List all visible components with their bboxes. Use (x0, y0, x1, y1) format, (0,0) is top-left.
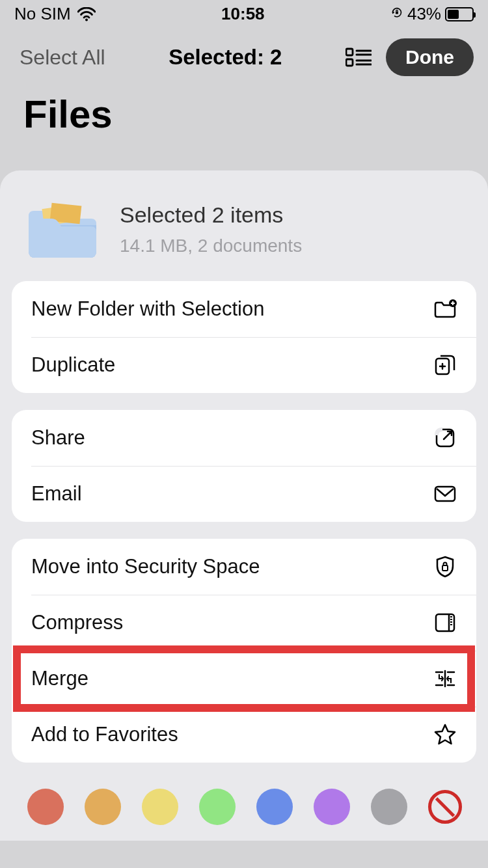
action-label: Add to Favorites (31, 723, 178, 746)
folder-icon (23, 197, 102, 262)
new-folder-icon (433, 297, 457, 321)
page-title: Files (0, 80, 488, 170)
email-action[interactable]: Email (12, 466, 476, 522)
share-icon (433, 426, 457, 450)
orientation-lock-icon (390, 6, 403, 22)
new-folder-action[interactable]: New Folder with Selection (12, 281, 476, 337)
selection-summary: Selected 2 items 14.1 MB, 2 documents (12, 187, 476, 281)
zip-icon (433, 611, 457, 634)
action-sheet: Selected 2 items 14.1 MB, 2 documents Ne… (0, 170, 488, 841)
add-favorite-action[interactable]: Add to Favorites (12, 707, 476, 763)
action-label: Move into Security Space (31, 555, 260, 578)
svg-rect-16 (442, 565, 448, 571)
color-swatch-green[interactable] (199, 789, 236, 825)
share-action[interactable]: Share (12, 410, 476, 466)
wifi-icon (77, 7, 96, 21)
action-group: Share Email (12, 410, 476, 522)
action-label: Merge (31, 667, 88, 690)
merge-icon (433, 667, 457, 690)
color-swatch-yellow[interactable] (142, 789, 178, 825)
battery-fill (448, 10, 459, 19)
shield-lock-icon (433, 555, 457, 578)
action-group: New Folder with Selection Duplicate (12, 281, 476, 393)
svg-rect-3 (346, 59, 353, 66)
done-button[interactable]: Done (386, 38, 474, 76)
carrier-text: No SIM (14, 4, 71, 24)
selection-count: Selected: 2 (169, 45, 282, 70)
select-all-button[interactable]: Select All (20, 46, 105, 70)
nav-bar: Select All Selected: 2 Done (0, 27, 488, 80)
battery-icon (445, 7, 474, 21)
duplicate-action[interactable]: Duplicate (12, 337, 476, 393)
action-label: Email (31, 482, 82, 506)
duplicate-icon (433, 353, 457, 377)
color-swatch-orange[interactable] (85, 789, 121, 825)
security-space-action[interactable]: Move into Security Space (12, 539, 476, 595)
clock-text: 10:58 (221, 4, 265, 24)
email-icon (433, 482, 457, 506)
status-bar: No SIM 10:58 43% (0, 0, 488, 27)
summary-subtitle: 14.1 MB, 2 documents (120, 236, 302, 256)
action-label: Compress (31, 611, 123, 634)
battery-text: 43% (407, 4, 441, 24)
status-right: 43% (390, 4, 474, 24)
layout-toggle-icon[interactable] (346, 47, 372, 67)
color-swatch-purple[interactable] (314, 789, 350, 825)
action-group: Move into Security Space Compress (12, 539, 476, 763)
svg-rect-2 (346, 49, 353, 55)
star-icon (433, 723, 457, 746)
clear-color-icon[interactable] (428, 790, 462, 824)
svg-rect-15 (435, 487, 455, 501)
svg-rect-1 (396, 12, 398, 14)
color-swatch-blue[interactable] (256, 789, 293, 825)
action-label: Duplicate (31, 353, 115, 377)
action-label: New Folder with Selection (31, 297, 264, 321)
color-swatch-red[interactable] (27, 789, 64, 825)
action-label: Share (31, 426, 85, 450)
status-left: No SIM (14, 4, 96, 24)
summary-title: Selected 2 items (120, 202, 302, 228)
merge-action[interactable]: Merge (12, 651, 476, 707)
color-swatch-gray[interactable] (371, 789, 407, 825)
color-tag-row (12, 780, 476, 841)
compress-action[interactable]: Compress (12, 595, 476, 651)
svg-point-0 (85, 18, 88, 21)
